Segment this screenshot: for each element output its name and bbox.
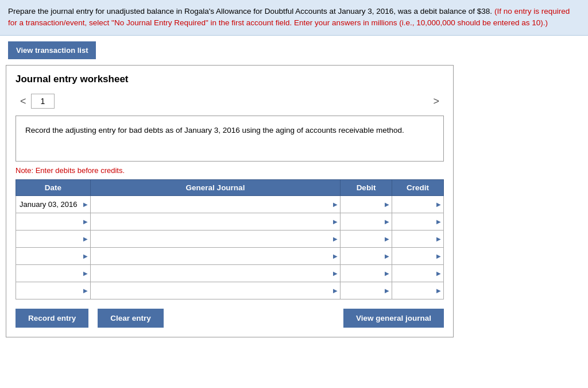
cell-credit[interactable] — [392, 195, 444, 213]
view-transaction-button[interactable]: View transaction list — [8, 41, 96, 59]
table-row — [16, 264, 444, 282]
cell-general-journal[interactable] — [91, 195, 341, 213]
description-box: Record the adjusting entry for bad debts… — [16, 116, 444, 162]
description-text: Record the adjusting entry for bad debts… — [25, 126, 404, 135]
col-header-credit: Credit — [392, 179, 444, 195]
cell-credit[interactable] — [392, 213, 444, 230]
cell-credit[interactable] — [392, 264, 444, 282]
cell-debit[interactable] — [341, 230, 392, 247]
table-row: January 03, 2016 — [16, 195, 444, 213]
cell-general-journal[interactable] — [91, 264, 341, 282]
cell-date[interactable] — [16, 264, 91, 282]
cell-general-journal[interactable] — [91, 247, 341, 264]
record-entry-button[interactable]: Record entry — [16, 309, 88, 328]
worksheet-title: Journal entry worksheet — [16, 74, 444, 85]
cell-debit[interactable] — [341, 264, 392, 282]
table-row — [16, 230, 444, 247]
cell-date[interactable]: January 03, 2016 — [16, 195, 91, 213]
clear-entry-button[interactable]: Clear entry — [98, 309, 164, 328]
instruction-box: Prepare the journal entry for unadjusted… — [0, 0, 588, 36]
action-buttons: Record entry Clear entry View general jo… — [16, 309, 444, 328]
nav-left-arrow[interactable]: < — [16, 93, 31, 110]
cell-credit[interactable] — [392, 230, 444, 247]
cell-general-journal[interactable] — [91, 213, 341, 230]
col-header-general-journal: General Journal — [91, 179, 341, 195]
cell-credit[interactable] — [392, 247, 444, 264]
col-header-debit: Debit — [341, 179, 392, 195]
cell-credit[interactable] — [392, 282, 444, 299]
cell-debit[interactable] — [341, 195, 392, 213]
tab-navigation: < 1 > — [16, 93, 444, 110]
col-header-date: Date — [16, 179, 91, 195]
tab-number: 1 — [31, 94, 55, 109]
cell-debit[interactable] — [341, 282, 392, 299]
cell-debit[interactable] — [341, 213, 392, 230]
nav-right-arrow[interactable]: > — [428, 93, 444, 110]
table-row — [16, 213, 444, 230]
cell-date[interactable] — [16, 230, 91, 247]
table-row — [16, 247, 444, 264]
instruction-main-text: Prepare the journal entry for unadjusted… — [8, 7, 492, 16]
table-row — [16, 282, 444, 299]
cell-date[interactable] — [16, 213, 91, 230]
cell-debit[interactable] — [341, 247, 392, 264]
cell-general-journal[interactable] — [91, 230, 341, 247]
cell-date[interactable] — [16, 247, 91, 264]
worksheet-container: Journal entry worksheet < 1 > Record the… — [6, 65, 454, 337]
cell-date[interactable] — [16, 282, 91, 299]
view-general-journal-button[interactable]: View general journal — [343, 309, 444, 328]
journal-table: Date General Journal Debit Credit Januar… — [16, 179, 444, 299]
note-text: Note: Enter debits before credits. — [16, 166, 444, 175]
cell-general-journal[interactable] — [91, 282, 341, 299]
